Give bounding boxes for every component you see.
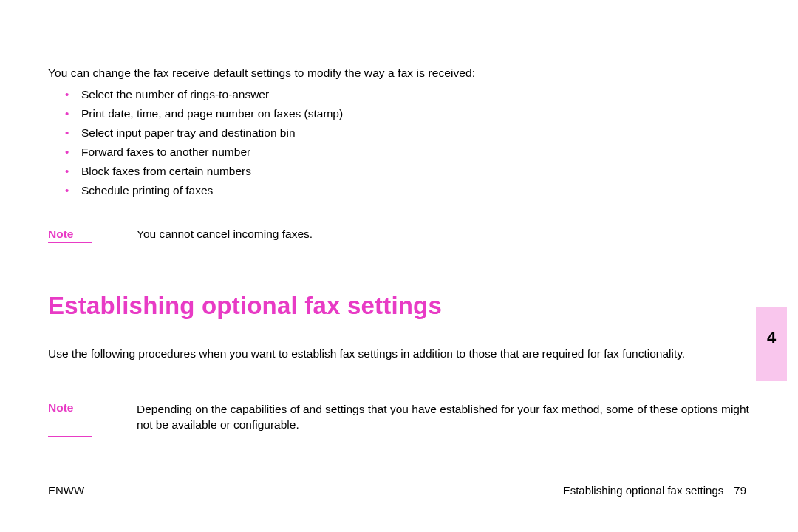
intro-paragraph: You can change the fax receive default s… — [48, 66, 475, 80]
list-item: Block faxes from certain numbers — [59, 162, 343, 181]
footer-right: Establishing optional fax settings79 — [563, 484, 746, 497]
footer-left: ENWW — [48, 484, 84, 497]
note-rule — [48, 242, 92, 243]
chapter-number: 4 — [767, 328, 776, 347]
footer-title: Establishing optional fax settings — [563, 484, 724, 497]
document-page: You can change the fax receive default s… — [0, 0, 798, 532]
note-rule — [48, 222, 92, 222]
bullet-list: Select the number of rings-to-answer Pri… — [59, 85, 343, 200]
note-text: Depending on the capabilities of and set… — [137, 401, 750, 432]
body-paragraph: Use the following procedures when you wa… — [48, 346, 750, 361]
note-text: You cannot cancel incoming faxes. — [137, 228, 313, 241]
list-item: Select the number of rings-to-answer — [59, 85, 343, 104]
list-item: Select input paper tray and destination … — [59, 123, 343, 143]
chapter-tab: 4 — [756, 307, 787, 381]
note-rule — [48, 395, 92, 395]
note-label: Note — [48, 228, 73, 241]
list-item: Print date, time, and page number on fax… — [59, 104, 343, 123]
list-item: Forward faxes to another number — [59, 143, 343, 162]
list-item: Schedule printing of faxes — [59, 181, 343, 200]
note-rule — [48, 436, 92, 437]
note-label: Note — [48, 401, 73, 415]
section-heading: Establishing optional fax settings — [48, 292, 442, 320]
page-number: 79 — [734, 484, 746, 497]
